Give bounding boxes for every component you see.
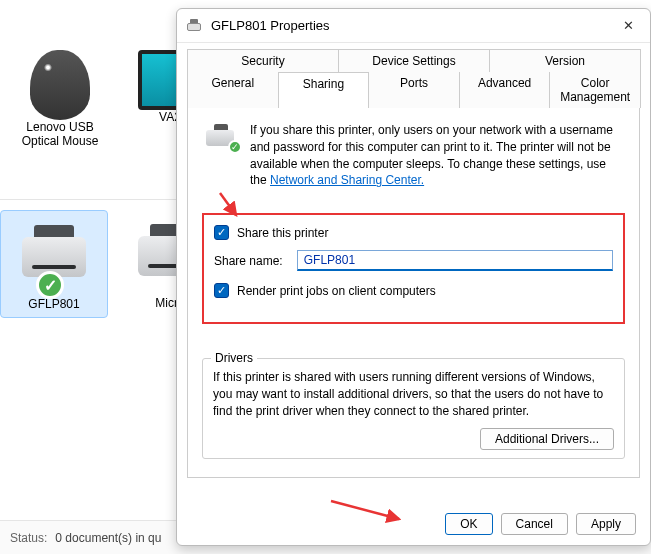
status-ok-icon: ✓ (36, 271, 64, 299)
printer-label: GFLP801 (28, 297, 79, 311)
printer-device-gflp801[interactable]: ✓ GFLP801 (0, 210, 108, 318)
svg-line-1 (331, 501, 399, 519)
drivers-text: If this printer is shared with users run… (213, 369, 614, 419)
network-sharing-center-link[interactable]: Network and Sharing Center. (270, 173, 424, 187)
additional-drivers-button[interactable]: Additional Drivers... (480, 428, 614, 450)
tab-advanced[interactable]: Advanced (459, 72, 551, 108)
share-name-label: Share name: (214, 254, 283, 268)
share-settings-highlight: ✓ Share this printer Share name: ✓ Rende… (202, 213, 625, 324)
status-label: Status: (10, 531, 47, 545)
share-this-printer-checkbox[interactable]: ✓ (214, 225, 229, 240)
tab-content-sharing: ✓ If you share this printer, only users … (187, 108, 640, 478)
printer-small-icon (185, 17, 203, 35)
mouse-icon (30, 50, 90, 120)
tab-version[interactable]: Version (489, 49, 641, 72)
tabs-row-2: General Sharing Ports Advanced Color Man… (187, 72, 640, 108)
printer-shared-icon: ✓ (202, 122, 240, 152)
close-button[interactable]: ✕ (614, 15, 642, 37)
tab-sharing[interactable]: Sharing (278, 72, 370, 108)
device-mouse[interactable]: Lenovo USB Optical Mouse (10, 50, 110, 148)
tab-ports[interactable]: Ports (368, 72, 460, 108)
tab-general[interactable]: General (187, 72, 279, 108)
titlebar[interactable]: GFLP801 Properties ✕ (177, 9, 650, 43)
share-this-printer-label: Share this printer (237, 226, 328, 240)
render-client-label: Render print jobs on client computers (237, 284, 436, 298)
dialog-button-row: OK Cancel Apply (177, 503, 650, 545)
share-name-input[interactable] (297, 250, 613, 271)
svg-line-0 (220, 193, 236, 215)
render-client-row[interactable]: ✓ Render print jobs on client computers (214, 283, 613, 298)
apply-button[interactable]: Apply (576, 513, 636, 535)
annotation-arrow-icon (327, 497, 407, 527)
dialog-title: GFLP801 Properties (211, 18, 330, 33)
ok-button[interactable]: OK (445, 513, 492, 535)
drivers-group: Drivers If this printer is shared with u… (202, 358, 625, 458)
printer-properties-dialog: GFLP801 Properties ✕ Security Device Set… (176, 8, 651, 546)
drivers-legend: Drivers (211, 350, 257, 367)
cancel-button[interactable]: Cancel (501, 513, 568, 535)
tab-color-management[interactable]: Color Management (549, 72, 641, 108)
printer-icon: ✓ (14, 217, 94, 297)
tabs-row-1: Security Device Settings Version (187, 49, 640, 72)
render-client-checkbox[interactable]: ✓ (214, 283, 229, 298)
sharing-info-text: If you share this printer, only users on… (250, 122, 625, 189)
tab-device-settings[interactable]: Device Settings (338, 49, 490, 72)
status-text: 0 document(s) in qu (55, 531, 161, 545)
tab-security[interactable]: Security (187, 49, 339, 72)
device-label: Lenovo USB Optical Mouse (10, 120, 110, 148)
annotation-arrow-icon (216, 191, 246, 221)
share-this-printer-row[interactable]: ✓ Share this printer (214, 225, 613, 240)
